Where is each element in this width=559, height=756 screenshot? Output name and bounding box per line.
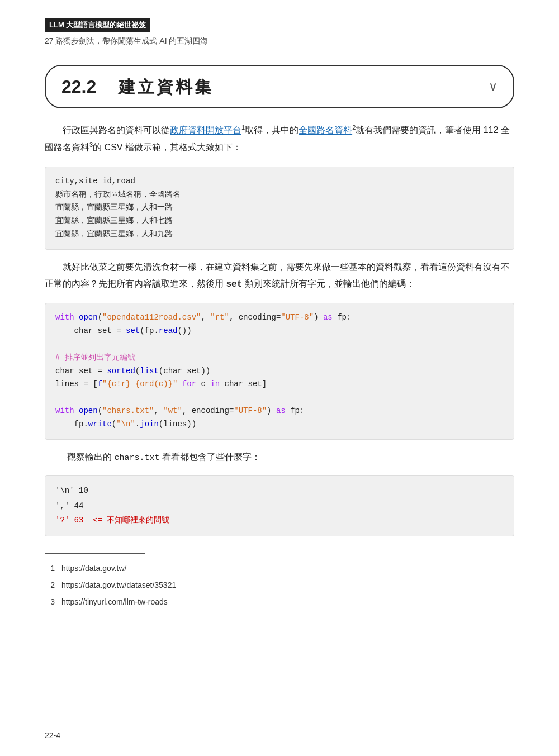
fn-text-1: https://data.gov.tw/ [61, 560, 126, 576]
fn-num-2: 2 [45, 577, 55, 593]
csv-line-3: 宜蘭縣，宜蘭縣三星鄉，人和一路 [55, 203, 173, 212]
output-line-2: ',' 44 [55, 501, 83, 510]
output-line-1: '\n' 10 [55, 486, 88, 495]
output-block: '\n' 10 ',' 44 '?' 63 <= 不知哪裡來的問號 [45, 475, 514, 536]
p1-mid: 取得，其中的 [245, 126, 299, 135]
footnote-3: 3 https://tinyurl.com/llm-tw-roads [45, 594, 514, 610]
page-number: 22-4 [45, 729, 60, 743]
p1-tail: 的 CSV 檔做示範，其格式大致如下： [93, 142, 241, 152]
book-header: LLM 大型語言模型的絕世祕笈 27 路獨步劍法，帶你闖蕩生成式 AI 的五湖四… [45, 17, 514, 48]
section-title: 建立資料集 [119, 73, 214, 101]
p2-end: 類別來統計所有字元，並輸出他們的編碼： [242, 279, 414, 288]
fn-text-3: https://tinyurl.com/llm-tw-roads [61, 594, 168, 610]
book-subtitle: 27 路獨步劍法，帶你闖蕩生成式 AI 的五湖四海 [45, 35, 514, 48]
footnote-1: 1 https://data.gov.tw/ [45, 560, 514, 576]
p1-text1: 行政區與路名的資料可以從 [63, 126, 170, 135]
section-number: 22.2 [61, 72, 96, 102]
chevron-icon: ∨ [489, 76, 498, 97]
observe-suffix: 看看都包含了些什麼字： [159, 452, 260, 462]
csv-line-4: 宜蘭縣，宜蘭縣三星鄉，人和七路 [55, 216, 173, 225]
fn-num-3: 3 [45, 594, 55, 610]
p2-set-keyword: set [226, 279, 242, 289]
footnote-2: 2 https://data.gov.tw/dataset/35321 [45, 577, 514, 593]
observe-text: 觀察輸出的 chars.txt 看看都包含了些什麼字： [67, 449, 514, 467]
observe-filename: chars.txt [114, 453, 159, 463]
page: LLM 大型語言模型的絕世祕笈 27 路獨步劍法，帶你闖蕩生成式 AI 的五湖四… [0, 0, 559, 756]
output-line-3: '?' 63 <= 不知哪裡來的問號 [55, 516, 169, 525]
section-header-left: 22.2 建立資料集 [61, 72, 214, 102]
observe-prefix: 觀察輸出的 [67, 452, 114, 462]
fn-num-1: 1 [45, 560, 55, 576]
fn-text-2: https://data.gov.tw/dataset/35321 [61, 577, 176, 593]
footnote-divider [45, 553, 145, 554]
paragraph-2: 就好比做菜之前要先清洗食材一樣，在建立資料集之前，需要先來做一些基本的資料觀察，… [45, 259, 514, 293]
section-header: 22.2 建立資料集 ∨ [45, 65, 514, 108]
csv-line-2: 縣市名稱，行政區域名稱，全國路名 [55, 190, 181, 199]
footnotes: 1 https://data.gov.tw/ 2 https://data.go… [45, 560, 514, 610]
p1-link2[interactable]: 全國路名資料 [299, 126, 352, 135]
p1-link1[interactable]: 政府資料開放平台 [170, 126, 241, 135]
csv-line-5: 宜蘭縣，宜蘭縣三星鄉，人和九路 [55, 230, 173, 239]
csv-block: city,site_id,road 縣市名稱，行政區域名稱，全國路名 宜蘭縣，宜… [45, 167, 514, 250]
paragraph-1: 行政區與路名的資料可以從政府資料開放平台1取得，其中的全國路名資料2就有我們需要… [45, 122, 514, 156]
book-title: LLM 大型語言模型的絕世祕笈 [45, 18, 150, 32]
code-block-1: with open("opendata112road.csv", "rt", e… [45, 303, 514, 439]
csv-line-1: city,site_id,road [55, 177, 135, 186]
